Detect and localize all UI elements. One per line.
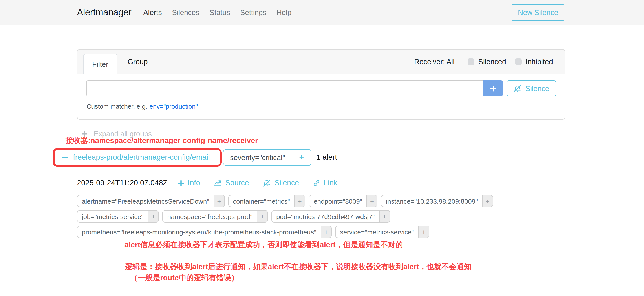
alert-detail-row: 2025-09-24T11:20:07.048Z Info Source bbox=[77, 177, 338, 189]
bell-slash-icon bbox=[514, 85, 522, 92]
label-tag-alertname: alertname="FreeleapsMetricsServiceDown" … bbox=[77, 195, 224, 207]
nav-item-help[interactable]: Help bbox=[276, 8, 292, 16]
bell-slash-icon bbox=[262, 179, 271, 187]
collapse-minus-icon bbox=[62, 156, 68, 158]
silence-filter-button[interactable]: Silence bbox=[507, 80, 556, 96]
silenced-checkbox-label[interactable]: Silenced bbox=[478, 58, 506, 66]
matcher-hint: Custom matcher, e.g.env="production" bbox=[87, 103, 198, 110]
nav-item-silences[interactable]: Silences bbox=[172, 8, 200, 16]
alert-actions: Info Source Silence bbox=[178, 178, 337, 187]
silenced-checkbox[interactable] bbox=[468, 58, 474, 65]
link-icon bbox=[312, 180, 320, 186]
tab-filter[interactable]: Filter bbox=[83, 54, 118, 74]
label-tag-prometheus: prometheus="freeleaps-monitoring-system/… bbox=[77, 226, 332, 238]
navbar-container: Alertmanager Alerts Silences Status Sett… bbox=[77, 0, 565, 25]
alertmanager-page: Alertmanager Alerts Silences Status Sett… bbox=[0, 0, 644, 296]
label-row-2: job="metrics-service" + namespace="freel… bbox=[77, 210, 390, 222]
label-tag-namespace: namespace="freeleaps-prod" + bbox=[162, 210, 268, 222]
label-tag-endpoint: endpoint="8009" + bbox=[309, 195, 378, 207]
add-filter-plus-button[interactable]: + bbox=[321, 226, 331, 238]
nav-links: Alerts Silences Status Settings Help bbox=[143, 8, 292, 16]
top-navbar: Alertmanager Alerts Silences Status Sett… bbox=[0, 0, 644, 25]
add-filter-plus-button[interactable]: + bbox=[379, 211, 390, 222]
add-matcher-button[interactable] bbox=[484, 80, 503, 96]
app-brand: Alertmanager bbox=[77, 7, 131, 18]
label-tag-service: service="metrics-service" + bbox=[335, 226, 429, 238]
chart-line-icon bbox=[214, 180, 222, 186]
nav-item-alerts[interactable]: Alerts bbox=[143, 8, 162, 16]
alert-label-rows: alertname="FreeleapsMetricsServiceDown" … bbox=[77, 195, 493, 238]
annotation-logic-note-line1: 逻辑是：接收器收到alert后进行通知，如果alert不在接收器下，说明接收器没… bbox=[125, 262, 471, 272]
filter-panel: Filter Group Receiver: All Silenced Inhi… bbox=[77, 49, 565, 120]
label-tag-text: endpoint="8009" bbox=[309, 195, 367, 207]
add-filter-plus-button[interactable]: + bbox=[367, 195, 377, 207]
label-tag-text: prometheus="freeleaps-monitoring-system/… bbox=[78, 226, 321, 238]
add-filter-plus-button[interactable]: + bbox=[257, 211, 268, 222]
receiver-group-name[interactable]: freeleaps-prod/alertmanager-config/email bbox=[73, 153, 210, 162]
label-tag-container: container="metrics" + bbox=[228, 195, 305, 207]
label-tag-text: namespace="freeleaps-prod" bbox=[163, 211, 257, 222]
alert-info-button[interactable]: Info bbox=[178, 178, 200, 187]
new-silence-button[interactable]: New Silence bbox=[511, 4, 565, 20]
tab-group[interactable]: Group bbox=[128, 50, 148, 74]
alert-silence-label: Silence bbox=[274, 178, 299, 187]
matcher-input-group: Silence bbox=[86, 80, 556, 96]
receiver-filter-label[interactable]: Receiver: All bbox=[414, 58, 454, 66]
label-tag-text: container="metrics" bbox=[228, 195, 294, 207]
plus-icon bbox=[178, 180, 184, 186]
group-matcher-buttons: severity="critical" + bbox=[223, 149, 312, 166]
matcher-input[interactable] bbox=[86, 80, 484, 96]
label-tag-text: job="metrics-service" bbox=[78, 211, 148, 222]
silence-filter-button-label: Silence bbox=[526, 84, 549, 92]
label-tag-text: pod="metrics-77d9cdb497-wdsj7" bbox=[272, 211, 379, 222]
add-filter-plus-button[interactable]: + bbox=[418, 226, 429, 238]
add-filter-plus-button[interactable]: + bbox=[294, 195, 305, 207]
filter-options: Receiver: All Silenced Inhibited bbox=[414, 50, 553, 74]
severity-matcher-button[interactable]: severity="critical" bbox=[224, 150, 292, 165]
inhibited-checkbox-label[interactable]: Inhibited bbox=[526, 58, 553, 66]
add-group-matcher-button[interactable]: + bbox=[292, 150, 311, 165]
label-tag-text: service="metrics-service" bbox=[336, 226, 418, 238]
matcher-example-link[interactable]: env="production" bbox=[150, 103, 198, 110]
label-tag-text: instance="10.233.98.209:8009" bbox=[382, 195, 482, 207]
plus-icon bbox=[490, 85, 496, 92]
receiver-group-highlight-box[interactable]: freeleaps-prod/alertmanager-config/email bbox=[53, 148, 222, 167]
inhibited-checkbox[interactable] bbox=[515, 58, 522, 65]
alert-count: 1 alert bbox=[316, 149, 337, 166]
alert-info-label: Info bbox=[188, 178, 200, 187]
add-filter-plus-button[interactable]: + bbox=[148, 211, 158, 222]
annotation-alert-note: alert信息必须在接收器下才表示配置成功，否则即使能看到alert，但是通知是… bbox=[124, 240, 403, 250]
annotation-logic-note-line2: （一般是route中的逻辑有错误） bbox=[130, 273, 239, 283]
alert-timestamp: 2025-09-24T11:20:07.048Z bbox=[77, 178, 168, 187]
alert-link-label: Link bbox=[324, 178, 337, 187]
alert-source-link[interactable]: Source bbox=[214, 178, 249, 187]
annotation-receiver-note: 接收器:namespace/altermanager-config-name/r… bbox=[66, 136, 258, 146]
label-row-1: alertname="FreeleapsMetricsServiceDown" … bbox=[77, 195, 493, 207]
label-row-3: prometheus="freeleaps-monitoring-system/… bbox=[77, 226, 429, 238]
matcher-hint-text: Custom matcher, e.g. bbox=[87, 103, 147, 110]
alert-silence-button[interactable]: Silence bbox=[262, 178, 299, 187]
alert-link-button[interactable]: Link bbox=[312, 178, 337, 187]
add-filter-plus-button[interactable]: + bbox=[482, 195, 493, 207]
filter-panel-header: Filter Group Receiver: All Silenced Inhi… bbox=[78, 50, 565, 74]
nav-item-status[interactable]: Status bbox=[210, 8, 230, 16]
label-tag-job: job="metrics-service" + bbox=[77, 210, 159, 222]
add-filter-plus-button[interactable]: + bbox=[214, 195, 224, 207]
alert-source-label: Source bbox=[225, 178, 249, 187]
label-tag-text: alertname="FreeleapsMetricsServiceDown" bbox=[78, 195, 214, 207]
nav-item-settings[interactable]: Settings bbox=[240, 8, 266, 16]
label-tag-pod: pod="metrics-77d9cdb497-wdsj7" + bbox=[272, 210, 390, 222]
label-tag-instance: instance="10.233.98.209:8009" + bbox=[381, 195, 493, 207]
